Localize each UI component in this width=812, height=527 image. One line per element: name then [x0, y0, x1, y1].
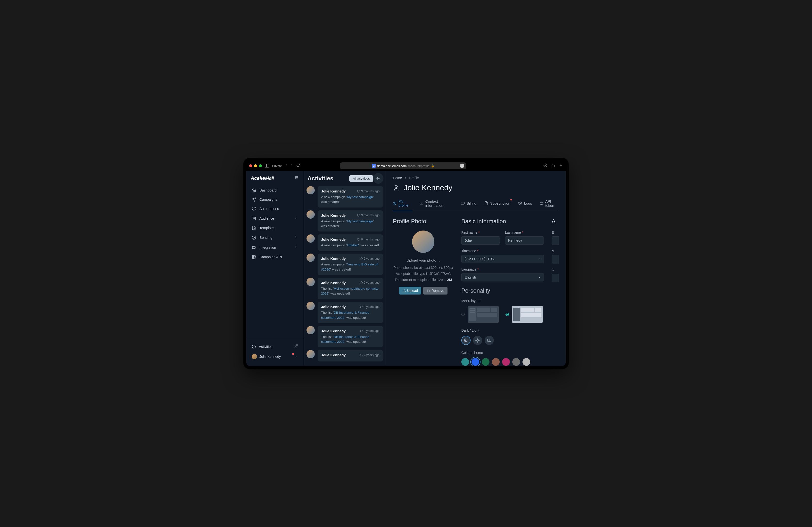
layout-option-1[interactable] [461, 306, 499, 323]
nav-item-label: Integration [259, 245, 276, 250]
activity-card[interactable]: Jolie Kennedy 2 years ago The list "DB I… [318, 326, 383, 347]
forward-button[interactable] [290, 164, 293, 168]
nav-item-templates[interactable]: Templates [249, 223, 301, 232]
activity-avatar [306, 278, 315, 286]
activity-link[interactable]: DB Insurance & Finance customers 2022 [321, 311, 369, 319]
activity-time: 2 years ago [360, 353, 379, 357]
share-icon[interactable] [551, 163, 555, 168]
color-swatch[interactable] [492, 358, 500, 366]
page-header: Jolie Kennedy [393, 183, 559, 192]
activity-card[interactable]: Jolie Kennedy 2 years ago The list "McKe… [318, 278, 383, 299]
url-bar[interactable]: M demo.acellemail.com/account/profile 🔒 … [340, 162, 466, 169]
nav-item-sending[interactable]: Sending [249, 232, 301, 242]
caret-down-icon [538, 258, 541, 260]
chevron-right-icon [294, 216, 298, 221]
tab-subscription[interactable]: Subscription [484, 199, 510, 211]
timezone-select[interactable]: (GMT+00:00) UTC [461, 255, 544, 263]
theme-dark-button[interactable] [461, 336, 470, 345]
language-select[interactable]: English [461, 273, 544, 282]
activity-link[interactable]: DB Insurance & Finance customers 2022 [321, 335, 369, 344]
send-icon [252, 197, 256, 202]
all-activities-button[interactable]: All activities [349, 175, 373, 182]
main-content[interactable]: Home Profile Jolie Kennedy My profileCon… [386, 171, 566, 366]
close-window-button[interactable] [249, 164, 252, 167]
activity-time: 2 years ago [360, 281, 379, 284]
nav-item-campaign-api[interactable]: Campaign API [249, 252, 301, 261]
activities-header: Activities All activities [306, 175, 383, 182]
color-swatch[interactable] [502, 358, 510, 366]
download-icon[interactable] [543, 163, 547, 168]
back-button[interactable] [285, 164, 288, 168]
profile-photo [412, 230, 434, 253]
chevron-right-icon [295, 355, 298, 359]
tab-icon [461, 201, 465, 205]
tab-my-profile[interactable]: My profile [393, 199, 412, 211]
first-name-input[interactable] [461, 236, 500, 245]
activity-link[interactable]: Untitled [347, 243, 359, 247]
layout-option-2[interactable] [506, 306, 543, 323]
remove-button[interactable]: Remove [423, 287, 448, 295]
footer-user-menu[interactable]: Jolie Kennedy [249, 351, 301, 362]
menu-layout-label: Menu layout [461, 299, 544, 303]
layout-radio-1[interactable] [461, 313, 465, 316]
reload-button[interactable] [296, 164, 300, 168]
color-swatch[interactable] [461, 358, 469, 366]
layout-radio-2[interactable] [506, 313, 509, 316]
clock-icon [360, 281, 363, 284]
extra-confirm-input[interactable] [552, 274, 559, 282]
tab-api-token[interactable]: API token [540, 199, 559, 211]
activity-link[interactable]: My test campaign [347, 195, 373, 199]
tab-logs[interactable]: Logs [518, 199, 532, 211]
color-swatch[interactable] [482, 358, 490, 366]
tab-icon [420, 201, 423, 205]
timezone-group: Timezone * (GMT+00:00) UTC [461, 249, 544, 263]
color-swatches [461, 358, 544, 366]
last-name-input[interactable] [505, 236, 544, 245]
tab-billing[interactable]: Billing [461, 199, 476, 211]
nav-item-integration[interactable]: Integration [249, 242, 301, 252]
color-swatch[interactable] [472, 358, 479, 366]
browser-chrome: Private M demo.acellemail.com/account/pr… [246, 161, 566, 171]
layout-preview-dark[interactable] [468, 306, 499, 323]
first-name-group: First name * [461, 230, 500, 245]
theme-auto-button[interactable] [484, 336, 494, 345]
layout-preview-light[interactable] [512, 306, 543, 323]
activity-text: The list "McKesson healthcare contacts 2… [321, 286, 379, 296]
activity-card[interactable]: Jolie Kennedy 2 years ago The list "DB I… [318, 302, 383, 323]
back-circle-button[interactable] [373, 173, 383, 184]
tab-contact-information[interactable]: Contact information [420, 199, 453, 211]
nav-item-automations[interactable]: Automations [249, 204, 301, 213]
footer-activities-link[interactable]: Activities [249, 342, 301, 351]
menu-toggle-icon[interactable] [294, 175, 299, 181]
nav-item-dashboard[interactable]: Dashboard [249, 186, 301, 195]
activity-card[interactable]: Jolie Kennedy 2 years ago A new campaign… [318, 254, 383, 275]
activity-card[interactable]: Jolie Kennedy 9 months ago A new campaig… [318, 210, 383, 232]
minimize-window-button[interactable] [254, 164, 257, 167]
theme-light-button[interactable] [473, 336, 482, 345]
nav-item-audience[interactable]: Audience [249, 213, 301, 223]
extra-newpw-input[interactable] [552, 255, 559, 264]
activity-link[interactable]: Year-end BIG sale off #2020 [321, 262, 378, 271]
maximize-window-button[interactable] [259, 164, 262, 167]
page-title: Jolie Kennedy [404, 183, 452, 192]
traffic-lights [249, 164, 262, 167]
activity-text: The list "DB Insurance & Finance custome… [321, 334, 379, 345]
sidebar-toggle-icon[interactable] [265, 164, 269, 167]
activity-card[interactable]: Jolie Kennedy 2 years ago [318, 350, 383, 361]
url-menu-button[interactable]: ••• [460, 164, 464, 168]
upload-button[interactable]: Upload [399, 287, 421, 295]
history-icon [252, 345, 256, 349]
extra-email-input[interactable] [552, 236, 559, 245]
new-tab-icon[interactable] [559, 163, 563, 168]
breadcrumb-home[interactable]: Home [393, 176, 402, 180]
color-swatch[interactable] [512, 358, 520, 366]
color-swatch[interactable] [522, 358, 530, 366]
activity-link[interactable]: My test campaign [347, 220, 373, 223]
activity-link[interactable]: McKesson healthcare contacts 2022 [321, 287, 378, 295]
activity-card[interactable]: Jolie Kennedy 9 months ago A new campaig… [318, 186, 383, 208]
activity-card[interactable]: Jolie Kennedy 9 months ago A new campaig… [318, 235, 383, 251]
nav-item-campaigns[interactable]: Campaigns [249, 195, 301, 204]
activities-list[interactable]: Jolie Kennedy 9 months ago A new campaig… [306, 186, 383, 363]
logo: AcelleMail [251, 176, 274, 181]
user-avatar-small [252, 354, 257, 359]
